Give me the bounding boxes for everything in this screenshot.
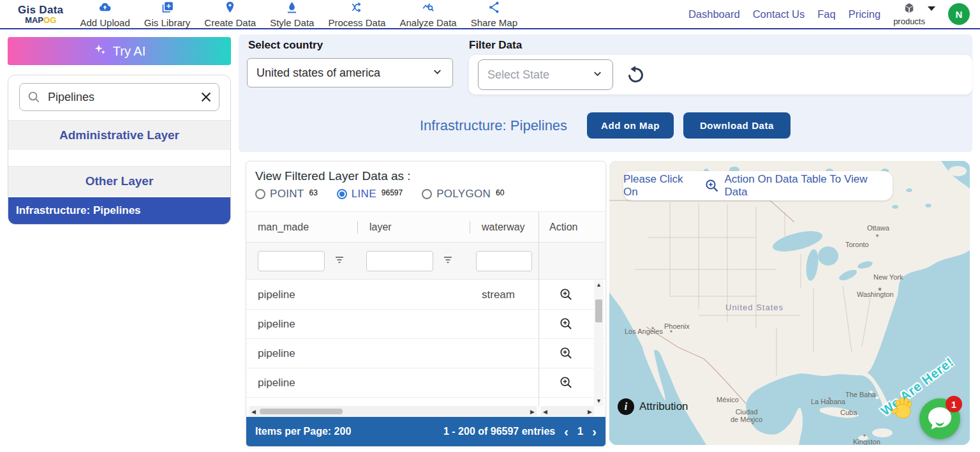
- nav-item-analyze-data[interactable]: Analyze Data: [399, 1, 456, 28]
- chevron-down-icon: [928, 6, 935, 11]
- filter-data-label: Filter Data: [469, 39, 522, 52]
- products-cube-icon: [903, 2, 916, 17]
- search-input[interactable]: [19, 83, 219, 111]
- vertical-scroll-thumb[interactable]: [595, 299, 602, 322]
- nav-item-add-upload[interactable]: Add Upload: [80, 1, 130, 28]
- radio-polygon[interactable]: POLYGON60: [422, 188, 504, 200]
- nav-item-share-map[interactable]: Share Map: [471, 1, 517, 28]
- horizontal-scroll-thumb[interactable]: [260, 409, 343, 414]
- select-country-label: Select country: [248, 39, 323, 52]
- polygon-count: 60: [496, 188, 504, 197]
- waving-hand-icon: [890, 397, 916, 425]
- pagination: 1 - 200 of 96597 entries ‹ 1 ›: [443, 425, 597, 438]
- nav-link-contact-us[interactable]: Contact Us: [753, 8, 805, 20]
- main-nav: Add Upload Gis Library Create Data Style…: [80, 1, 517, 28]
- scroll-right-icon[interactable]: ▶: [588, 409, 592, 415]
- action-column-divider: [538, 212, 539, 406]
- radio-line[interactable]: LINE96597: [337, 188, 403, 200]
- table-filter-row: [246, 243, 605, 280]
- nav-item-create-data[interactable]: Create Data: [204, 1, 256, 28]
- download-data-button[interactable]: Download Data: [683, 112, 791, 139]
- nav-link-faq[interactable]: Faq: [817, 8, 835, 20]
- state-select[interactable]: Select State: [478, 59, 613, 90]
- chevron-down-icon: [431, 66, 443, 80]
- horizontal-scrollbar[interactable]: ◀ ▶: [249, 406, 537, 416]
- layer-data-panel: View Filtered Layer Data as : POINT63 LI…: [246, 161, 606, 447]
- vertical-scrollbar[interactable]: ▲ ▼: [594, 280, 604, 406]
- chevron-down-icon: [591, 68, 604, 82]
- data-table: man_made layer waterway Action pipeline …: [246, 211, 605, 417]
- line-count: 96597: [382, 188, 403, 197]
- current-page: 1: [577, 425, 583, 438]
- clear-search-icon[interactable]: [199, 90, 213, 107]
- zoom-to-feature-icon[interactable]: [559, 375, 574, 390]
- sidebar-group-administrative-layer[interactable]: Administrative Layer: [8, 120, 230, 150]
- sidebar-group-other-layer[interactable]: Other Layer: [8, 166, 230, 196]
- reset-filter-icon[interactable]: [626, 65, 645, 87]
- zoom-to-feature-icon[interactable]: [559, 317, 574, 331]
- nav-item-process-data[interactable]: Process Data: [328, 1, 385, 28]
- view-filtered-label: View Filtered Layer Data as :: [255, 169, 597, 183]
- table-footer: Items per Page: 200 1 - 200 of 96597 ent…: [246, 417, 605, 446]
- table-row[interactable]: pipeline stream: [246, 280, 605, 310]
- layer-search-card: Administrative Layer Other Layer Infrast…: [8, 75, 231, 225]
- nav-item-style-data[interactable]: Style Data: [270, 1, 314, 28]
- nav-link-dashboard[interactable]: Dashboard: [688, 8, 740, 20]
- group-divider: [8, 150, 230, 166]
- sparkle-icon: [93, 43, 107, 59]
- country-select-value: United states of america: [256, 66, 431, 80]
- column-header-man-made[interactable]: man_made: [246, 212, 358, 242]
- filter-icon[interactable]: [442, 254, 454, 268]
- sidebar-item-infrastructure-pipelines[interactable]: Infrastructure: Pipelines: [8, 197, 230, 224]
- table-row[interactable]: pipeline: [246, 339, 605, 368]
- products-menu[interactable]: products: [893, 2, 935, 26]
- filter-panel: Select country United states of america …: [239, 34, 972, 152]
- state-select-placeholder: Select State: [487, 68, 591, 82]
- analyze-chart-icon: [422, 1, 435, 17]
- layer-search: [19, 83, 219, 111]
- table-row[interactable]: pipeline: [246, 310, 605, 339]
- prev-page-icon[interactable]: ‹: [564, 425, 568, 438]
- man-made-filter-input[interactable]: [258, 251, 325, 271]
- nav-link-pricing[interactable]: Pricing: [849, 8, 880, 20]
- zoom-in-icon: [704, 178, 720, 193]
- radio-circle-icon: [337, 189, 347, 199]
- column-header-layer[interactable]: layer: [358, 212, 470, 242]
- scroll-left-icon[interactable]: ◀: [543, 409, 547, 415]
- brand-logo[interactable]: Gis Data MAPOG: [18, 4, 63, 24]
- filter-icon[interactable]: [334, 254, 345, 268]
- scroll-left-icon[interactable]: ◀: [251, 409, 256, 415]
- zoom-to-feature-icon[interactable]: [559, 287, 574, 302]
- library-add-icon: [161, 1, 174, 17]
- try-ai-button[interactable]: Try AI: [8, 37, 231, 65]
- cloud-upload-icon: [98, 1, 112, 17]
- horizontal-scroll-area: ◀ ▶ ◀ ▶: [246, 406, 605, 417]
- brand-line2: MAPOG: [18, 16, 63, 24]
- info-icon: i: [618, 398, 634, 415]
- attribution-control[interactable]: i Attribution: [618, 398, 688, 415]
- notice-prefix: Please Click On: [623, 173, 700, 199]
- user-avatar[interactable]: N: [948, 3, 970, 25]
- scroll-up-icon[interactable]: ▲: [594, 282, 604, 288]
- column-header-waterway[interactable]: waterway: [470, 212, 538, 242]
- attribution-label: Attribution: [639, 400, 688, 413]
- add-on-map-button[interactable]: Add on Map: [587, 112, 674, 139]
- products-label: products: [893, 17, 925, 26]
- try-ai-label: Try AI: [113, 44, 145, 59]
- map-panel: Ottawa Toronto New York Washington Unite…: [609, 161, 970, 445]
- waterway-filter-input[interactable]: [476, 251, 532, 271]
- scroll-right-icon[interactable]: ▶: [530, 409, 535, 415]
- share-icon: [487, 1, 501, 17]
- nav-item-gis-library[interactable]: Gis Library: [144, 1, 191, 28]
- chat-unread-badge: 1: [946, 396, 962, 412]
- map-pin-icon: [223, 1, 237, 17]
- state-filter-card: Select State: [469, 55, 972, 94]
- layer-filter-input[interactable]: [366, 251, 433, 271]
- zoom-to-feature-icon[interactable]: [559, 346, 574, 361]
- country-select[interactable]: United states of america: [247, 58, 453, 87]
- next-page-icon[interactable]: ›: [592, 425, 597, 438]
- radio-point[interactable]: POINT63: [255, 188, 318, 200]
- table-row[interactable]: pipeline: [246, 368, 605, 398]
- scroll-down-icon[interactable]: ▼: [594, 398, 604, 404]
- action-horizontal-scrollbar[interactable]: ◀ ▶: [541, 406, 594, 416]
